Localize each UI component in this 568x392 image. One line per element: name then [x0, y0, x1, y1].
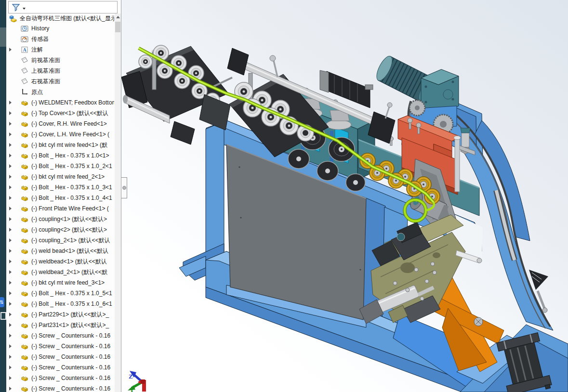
side-dock: ⇅: [0, 0, 6, 392]
tree-item-part[interactable]: (-) Screw _ Countersunk - 0.16: [6, 341, 114, 352]
tree-item-part[interactable]: (-) WELDMENT; Feedbox Bottom: [6, 97, 114, 108]
tree-item-part[interactable]: (-) Bolt _ Hex - 0.375 x 1.0<1>: [6, 150, 114, 161]
tree-item-label: 注解: [31, 46, 43, 54]
tree-item-part[interactable]: (-) coupling<1> (默认<<默认>: [6, 214, 114, 224]
tree-item-part[interactable]: (-) bkt cyl mt wire feed_2<1>: [6, 171, 114, 182]
tree-item-plane[interactable]: 前视基准面: [6, 55, 114, 65]
tree-filter-bar[interactable]: [8, 1, 118, 13]
tree-item-part[interactable]: (-) Bolt _ Hex - 0.375 x 1.0_3<1: [6, 182, 114, 193]
expand-arrow-icon[interactable]: [9, 334, 14, 338]
expand-arrow-icon[interactable]: [9, 238, 14, 242]
tree-item-part[interactable]: (-) Top Cover<1> (默认<<默认: [6, 108, 114, 118]
tree-item-part[interactable]: (-) Bolt _ Hex - 0.375 x 1.0_5<1: [6, 288, 114, 299]
tree-item-plane[interactable]: 右视基准面: [6, 76, 114, 87]
expand-arrow-icon[interactable]: [9, 313, 14, 316]
expand-arrow-icon[interactable]: [9, 154, 14, 157]
tree-item-icon: [21, 183, 28, 191]
tree-item-part[interactable]: (-) Screw _ Countersunk - 0.16: [6, 352, 114, 362]
tree-item-label: (-) Screw _ Countersunk - 0.16: [31, 332, 110, 339]
tree-item-part[interactable]: (-) Bolt _ Hex - 0.375 x 1.0_2<1: [6, 161, 114, 171]
tree-item-part[interactable]: (-) Part229<1> (默认<<默认>_: [6, 309, 114, 320]
tree-item-annotation[interactable]: 注解: [6, 44, 114, 55]
tree-item-label: (-) Part231<1> (默认<<默认>_: [31, 321, 109, 329]
tree-scrollbar[interactable]: [115, 13, 121, 392]
expand-arrow-icon[interactable]: [9, 376, 14, 380]
expand-arrow-icon[interactable]: [9, 323, 14, 327]
expand-arrow-icon[interactable]: [9, 217, 14, 221]
scroll-up-arrow-icon[interactable]: [115, 13, 121, 20]
expand-arrow-icon[interactable]: [9, 185, 14, 189]
expand-arrow-icon[interactable]: [9, 291, 14, 295]
tree-item-icon: [21, 321, 28, 329]
tree-item-part[interactable]: (-) Cover, R.H. Wire Feed<1>: [6, 118, 114, 129]
tree-item-part[interactable]: (-) Screw _ Countersunk - 0.16: [6, 383, 114, 392]
tree-item-label: (-) Screw _ Countersunk - 0.16: [31, 353, 110, 360]
expand-arrow-icon[interactable]: [9, 196, 14, 200]
tree-item-part[interactable]: (-) weldbead_2<1> (默认<<默: [6, 267, 114, 277]
tree-item-part[interactable]: (-) weld bead<1> (默认<<默认: [6, 246, 114, 256]
expand-arrow-icon[interactable]: [9, 249, 14, 253]
expand-arrow-icon[interactable]: [9, 101, 14, 105]
tree-item-origin[interactable]: 原点: [6, 87, 114, 97]
tree-item-part[interactable]: (-) coupling_2<1> (默认<<默认: [6, 235, 114, 246]
expand-arrow-icon[interactable]: [9, 281, 14, 285]
tree-item-sensor[interactable]: 传感器: [6, 34, 114, 44]
scrollbar-thumb[interactable]: [115, 22, 120, 32]
tree-item-icon: [21, 67, 28, 75]
tree-item-icon: [21, 364, 28, 371]
tree-item-icon: [21, 300, 28, 308]
filter-funnel-icon: [12, 3, 21, 12]
expand-arrow-icon[interactable]: [9, 270, 14, 274]
tree-item-icon: [21, 236, 28, 244]
tree-item-icon: [21, 194, 28, 202]
expand-arrow-icon[interactable]: [9, 175, 14, 179]
tree-item-plane[interactable]: 上视基准面: [6, 65, 114, 76]
filter-dropdown-caret[interactable]: [23, 8, 26, 10]
tree-item-part[interactable]: (-) Screw _ Countersunk - 0.16: [6, 330, 114, 341]
expand-arrow-icon[interactable]: [9, 260, 14, 263]
tree-item-icon: [21, 385, 28, 392]
expand-arrow-icon[interactable]: [9, 207, 14, 210]
expand-arrow-icon[interactable]: [9, 387, 14, 391]
tree-item-part[interactable]: (-) Cover, L.H. Wire Feed<1> (: [6, 129, 114, 140]
model-canvas[interactable]: Z Y: [121, 0, 568, 392]
tree-item-part[interactable]: (-) Part231<1> (默认<<默认>_: [6, 320, 114, 330]
dock-tab[interactable]: [0, 27, 6, 47]
expand-arrow-icon[interactable]: [9, 228, 14, 232]
tree-item-part[interactable]: (-) Front Plate Wire Feed<1> (: [6, 203, 114, 214]
expand-arrow-icon[interactable]: [9, 143, 14, 147]
panel-splitter[interactable]: [121, 177, 127, 198]
dock-window-outline-icon[interactable]: [0, 312, 6, 320]
tree-item-part[interactable]: (-) weldbead<1> (默认<<默认: [6, 256, 114, 267]
graphics-viewport[interactable]: Z Y: [121, 0, 568, 392]
tree-item-label: (-) bkt cyl mt wire feed_3<1>: [31, 279, 105, 286]
dock-app-icon[interactable]: ⇅: [0, 297, 4, 307]
tree-item-icon: [21, 162, 28, 170]
expand-arrow-icon[interactable]: [9, 111, 14, 115]
expand-arrow-icon[interactable]: [9, 302, 14, 306]
tree-item-icon: [21, 78, 28, 85]
tree-item-part[interactable]: (-) Bolt _ Hex - 0.375 x 1.0_6<1: [6, 299, 114, 309]
tree-item-part[interactable]: (-) Bolt _ Hex - 0.375 x 1.0_4<1: [6, 193, 114, 203]
tree-item-part[interactable]: (-) bkt cyl mt wire feed_3<1>: [6, 277, 114, 288]
expand-arrow-icon[interactable]: [9, 366, 14, 369]
tree-item-icon: [21, 56, 28, 64]
tree-item-label: (-) coupling<1> (默认<<默认>: [31, 215, 107, 223]
expand-arrow-icon[interactable]: [9, 355, 14, 359]
tree-item-part[interactable]: (-) Screw _ Countersunk - 0.16: [6, 373, 114, 383]
tree-item-label: (-) coupling_2<1> (默认<<默认: [31, 236, 110, 245]
tree-item-label: (-) Cover, R.H. Wire Feed<1>: [31, 120, 107, 127]
expand-arrow-icon[interactable]: [9, 48, 14, 52]
feature-tree: 全自动弯环机三维图 (默认<默认_显示 History 传感器 注解 前视基准面…: [6, 13, 114, 392]
tree-item-part[interactable]: (-) bkt cyl mt wire feed<1> (默: [6, 140, 114, 150]
tree-item-history[interactable]: History: [6, 23, 114, 34]
tree-item-part[interactable]: (-) coupling<2> (默认<<默认>: [6, 224, 114, 235]
tree-item-part[interactable]: (-) Screw _ Countersunk - 0.16: [6, 362, 114, 373]
tree-item-label: (-) weld bead<1> (默认<<默认: [31, 247, 108, 255]
expand-arrow-icon[interactable]: [9, 122, 14, 126]
expand-arrow-icon[interactable]: [9, 132, 14, 136]
tree-root-item[interactable]: 全自动弯环机三维图 (默认<默认_显示: [6, 13, 114, 23]
expand-arrow-icon[interactable]: [9, 164, 14, 168]
expand-arrow-icon[interactable]: [9, 344, 14, 348]
tree-item-icon: [21, 374, 28, 382]
